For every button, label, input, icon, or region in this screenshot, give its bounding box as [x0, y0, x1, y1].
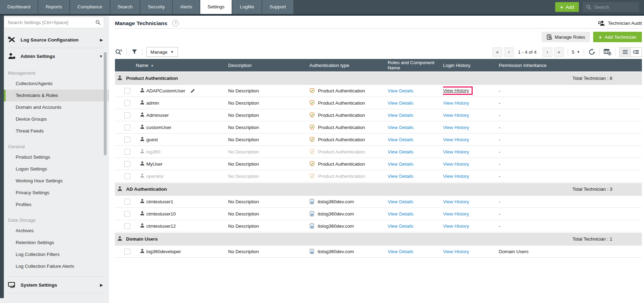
- row-checkbox[interactable]: [124, 124, 130, 130]
- view-history-link[interactable]: View History: [443, 174, 469, 179]
- sidebar-item-product-settings[interactable]: Product Settings: [4, 151, 109, 163]
- view-details-link[interactable]: View Details: [388, 224, 413, 229]
- view-history-link[interactable]: View History: [443, 100, 469, 106]
- column-header-permission-inheritance[interactable]: Permission Inheritance: [499, 63, 642, 68]
- authentication-type-cell: itslog360dev.com: [309, 249, 388, 254]
- column-header-authentication-type[interactable]: Authentication type: [309, 63, 388, 68]
- view-details-link[interactable]: View Details: [388, 199, 413, 204]
- nav-tab-compliance[interactable]: Compliance: [70, 0, 110, 14]
- page-size-dropdown[interactable]: 5 ▼: [572, 50, 580, 55]
- view-details-link[interactable]: View Details: [388, 125, 413, 130]
- grouped-view-button[interactable]: [630, 48, 642, 56]
- row-checkbox[interactable]: [124, 211, 130, 217]
- view-history-link[interactable]: View History: [443, 224, 469, 229]
- person-icon: [140, 173, 145, 178]
- sidebar-item-technicians-roles[interactable]: Technicians & Roles: [4, 90, 109, 101]
- sidebar-item-domain-and-accounts[interactable]: Domain and Accounts: [4, 101, 109, 113]
- view-details-link[interactable]: View Details: [388, 249, 413, 254]
- sidebar-item-log-collection-failure-alerts[interactable]: Log Collection Failure Alerts: [4, 260, 109, 272]
- column-header-name[interactable]: Name ▲: [136, 63, 228, 68]
- nav-tab-alerts[interactable]: Alerts: [173, 0, 200, 14]
- view-details-link[interactable]: View Details: [388, 100, 413, 106]
- nav-tab-logme[interactable]: LogMe: [232, 0, 262, 14]
- sort-ascending-icon: ▲: [151, 64, 154, 67]
- technician-audit-button[interactable]: Technician Audit: [598, 20, 642, 26]
- view-history-link[interactable]: View History: [443, 211, 469, 217]
- actions-row: Manage Roles + Add Technician: [115, 32, 642, 42]
- row-checkbox[interactable]: [124, 137, 130, 143]
- first-page-button[interactable]: «: [492, 47, 502, 57]
- sidebar-item-profiles[interactable]: Profiles: [4, 199, 109, 211]
- filter-icon[interactable]: [131, 48, 138, 55]
- refresh-icon[interactable]: [588, 48, 596, 55]
- sidebar-group-admin-settings[interactable]: Admin Settings ▼: [4, 49, 109, 63]
- sidebar-scrollbar-thumb[interactable]: [104, 52, 107, 155]
- nav-tab-settings[interactable]: Settings: [200, 0, 233, 14]
- row-checkbox[interactable]: [124, 161, 130, 167]
- nav-tab-search[interactable]: Search: [110, 0, 141, 14]
- add-button[interactable]: + Add: [555, 2, 579, 12]
- view-details-link[interactable]: View Details: [388, 88, 413, 93]
- list-view-button[interactable]: [620, 48, 630, 56]
- row-checkbox[interactable]: [124, 149, 130, 155]
- sidebar-group-log-source-configuration[interactable]: Log Source Configuration ▶: [4, 32, 109, 47]
- sidebar-item-threat-feeds[interactable]: Threat Feeds: [4, 125, 109, 137]
- group-title: AD Authentication: [126, 187, 167, 192]
- manage-dropdown[interactable]: Manage ▼: [146, 47, 178, 57]
- sidebar-item-logon-settings[interactable]: Logon Settings: [4, 163, 109, 175]
- technician-name: MyUser: [146, 161, 163, 167]
- view-history-link[interactable]: View History: [443, 125, 469, 130]
- row-checkbox[interactable]: [124, 173, 130, 179]
- technician-name: admin: [146, 100, 159, 106]
- global-search-input[interactable]: Search: [583, 2, 639, 12]
- sidebar-item-privacy-settings[interactable]: Privacy Settings: [4, 187, 109, 199]
- view-history-link[interactable]: View History: [443, 149, 469, 154]
- column-header-description[interactable]: Description: [228, 63, 309, 68]
- authentication-type: Product Authentication: [318, 149, 365, 154]
- sidebar-item-retention-settings[interactable]: Retention Settings: [4, 237, 109, 249]
- next-page-button[interactable]: ›: [543, 47, 552, 57]
- row-lead: [115, 161, 146, 167]
- view-history-link[interactable]: View History: [443, 249, 469, 254]
- row-checkbox[interactable]: [124, 223, 130, 229]
- row-checkbox[interactable]: [124, 88, 130, 94]
- column-header-login-history[interactable]: Login History: [443, 63, 499, 68]
- search-grid-icon[interactable]: [115, 48, 123, 55]
- nav-tab-support[interactable]: Support: [262, 0, 294, 14]
- sidebar-item-archives[interactable]: Archives: [4, 225, 109, 237]
- nav-tab-reports[interactable]: Reports: [38, 0, 70, 14]
- help-icon[interactable]: ?: [172, 20, 179, 26]
- view-details-link[interactable]: View Details: [388, 211, 413, 217]
- view-details-link[interactable]: View Details: [388, 161, 413, 167]
- nav-tab-dashboard[interactable]: Dashboard: [0, 0, 38, 14]
- last-page-button[interactable]: »: [554, 47, 564, 57]
- sidebar-item-device-groups[interactable]: Device Groups: [4, 113, 109, 125]
- sidebar-item-working-hour-settings[interactable]: Working Hour Settings: [4, 175, 109, 187]
- view-details-link[interactable]: View Details: [388, 149, 413, 154]
- row-checkbox[interactable]: [124, 112, 130, 118]
- view-details-link[interactable]: View Details: [388, 174, 413, 179]
- view-history-link[interactable]: View History: [443, 137, 469, 142]
- sidebar-search-input[interactable]: [4, 17, 95, 28]
- permission-inheritance: Domain Users: [499, 249, 642, 254]
- view-history-link[interactable]: View History: [443, 161, 469, 167]
- view-details-link[interactable]: View Details: [388, 113, 413, 118]
- view-history-link[interactable]: View History: [443, 88, 469, 93]
- prev-page-button[interactable]: ‹: [504, 47, 514, 57]
- row-checkbox[interactable]: [124, 199, 130, 205]
- edit-pencil-icon[interactable]: [190, 88, 195, 93]
- manage-roles-button[interactable]: Manage Roles: [542, 32, 590, 42]
- row-checkbox[interactable]: [124, 249, 130, 255]
- column-header-roles-component[interactable]: Roles and Component Name: [388, 60, 443, 70]
- row-checkbox[interactable]: [124, 100, 130, 106]
- sidebar-item-collectors-agents[interactable]: Collectors/Agents: [4, 78, 109, 90]
- view-details-link[interactable]: View Details: [388, 137, 413, 142]
- add-column-icon[interactable]: [604, 48, 611, 55]
- column-label: Name: [136, 63, 148, 68]
- view-history-link[interactable]: View History: [443, 113, 469, 118]
- view-history-link[interactable]: View History: [443, 199, 469, 204]
- sidebar-item-log-collection-filters[interactable]: Log Collection Filters: [4, 249, 109, 260]
- nav-tab-security[interactable]: Security: [140, 0, 173, 14]
- sidebar-group-system-settings[interactable]: System Settings ▶: [4, 278, 109, 292]
- add-technician-button[interactable]: + Add Technician: [593, 32, 642, 42]
